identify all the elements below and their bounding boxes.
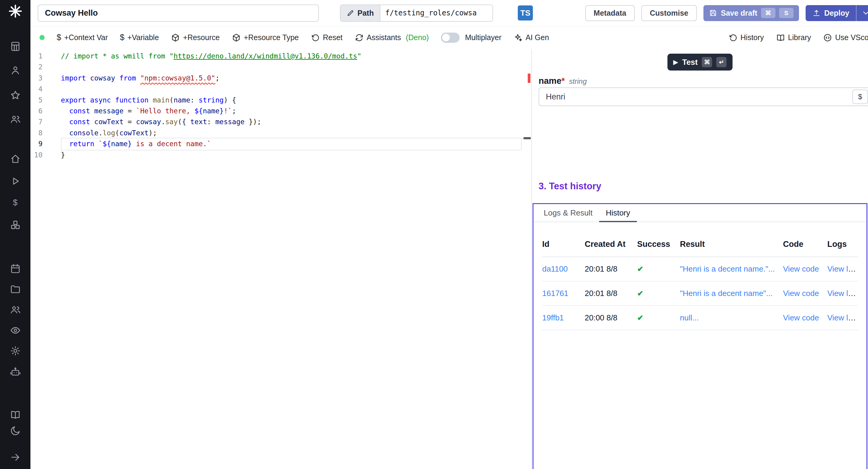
folder-icon[interactable] [0, 281, 30, 298]
code-line[interactable]: const message = `Hello there, ${name}!`; [61, 105, 522, 116]
dollar-icon: $ [57, 33, 61, 41]
test-button[interactable]: ▶ Test ⌘ ↵ [667, 54, 733, 70]
cmd-key-badge: ⌘ [702, 57, 712, 67]
view-logs-link[interactable]: View logs [827, 313, 858, 322]
view-code-link[interactable]: View code [783, 264, 819, 273]
ai-gen-button[interactable]: AI Gen [514, 33, 549, 42]
code-editor[interactable]: 12345678910 // import * as wmill from "h… [30, 49, 531, 469]
reset-label: Reset [323, 33, 342, 42]
column-header: Created At [584, 232, 637, 257]
created-at: 20:00 8/8 [585, 313, 617, 322]
result-link[interactable]: "Henri is a decent name."... [680, 264, 775, 273]
cmd-key-badge: ⌘ [761, 8, 775, 18]
view-logs-link[interactable]: View logs [827, 289, 858, 298]
robot-icon[interactable] [0, 364, 30, 380]
code-line[interactable]: import cowsay from "npm:cowsay@1.5.0"; [61, 73, 522, 84]
column-header: Id [542, 232, 584, 257]
history-button[interactable]: History [728, 33, 764, 42]
use-vscode-button[interactable]: Use VScode [823, 33, 868, 42]
save-draft-label: Save draft [721, 9, 757, 18]
add-context-var-button[interactable]: $ +Context Var [57, 33, 108, 42]
view-code-link[interactable]: View code [783, 313, 819, 322]
job-id-link[interactable]: da1100 [542, 264, 568, 273]
history-label: History [741, 33, 764, 42]
insert-variable-button[interactable]: $ [852, 90, 868, 104]
arrow-right-icon[interactable] [0, 449, 30, 466]
table-row: 16176120:01 8/8✔"Henri is a decent name"… [542, 281, 858, 306]
table-row: da110020:01 8/8✔"Henri is a decent name.… [542, 257, 858, 281]
field-type: string [569, 77, 587, 86]
code-line[interactable]: console.log(cowText); [61, 127, 522, 138]
arg-name-input[interactable] [545, 92, 852, 102]
code-content[interactable]: // import * as wmill from "https://deno.… [61, 51, 522, 160]
typescript-badge: TS [518, 5, 533, 21]
code-line[interactable]: export async function main(name: string)… [61, 95, 522, 105]
deploy-dropdown-button[interactable] [856, 5, 868, 21]
line-number: 6 [30, 105, 42, 116]
reset-button[interactable]: Reset [311, 33, 342, 42]
script-name-input[interactable] [38, 4, 319, 22]
view-code-link[interactable]: View code [783, 289, 819, 298]
home-icon[interactable] [0, 150, 30, 167]
path-input[interactable] [380, 5, 493, 21]
sidebar: $ [0, 0, 30, 469]
star-icon[interactable] [0, 87, 30, 104]
line-number: 3 [30, 73, 42, 84]
line-number: 9 [30, 138, 42, 149]
deploy-button[interactable]: Deploy [806, 5, 868, 21]
boxes-icon[interactable] [0, 216, 30, 233]
group-icon[interactable] [0, 301, 30, 318]
history-tabs: Logs & ResultHistory [533, 204, 867, 222]
add-variable-button[interactable]: $ +Variable [120, 33, 159, 42]
play-icon[interactable] [0, 173, 30, 190]
library-label: Library [788, 33, 811, 42]
team-icon[interactable] [0, 111, 30, 127]
metadata-button[interactable]: Metadata [585, 5, 635, 21]
library-icon[interactable] [0, 406, 30, 423]
gear-icon[interactable] [0, 342, 30, 359]
apps-icon[interactable] [0, 38, 30, 55]
view-logs-link[interactable]: View logs [827, 264, 858, 273]
path-edit-button[interactable]: Path [341, 5, 380, 21]
add-resource-type-label: +Resource Type [244, 33, 299, 42]
success-check-icon: ✔ [637, 313, 644, 322]
tab-logs-result[interactable]: Logs & Result [537, 204, 599, 222]
calendar-icon[interactable] [0, 260, 30, 277]
cursor-overview-marker [524, 137, 531, 139]
success-check-icon: ✔ [637, 264, 644, 273]
job-id-link[interactable]: 19ffb1 [542, 313, 564, 322]
user-icon[interactable] [0, 62, 30, 79]
tab-history[interactable]: History [599, 204, 637, 222]
history-table: IdCreated AtSuccessResultCodeLogs da1100… [542, 232, 858, 330]
deploy-main[interactable]: Deploy [806, 5, 856, 21]
add-resource-type-button[interactable]: +Resource Type [232, 33, 299, 42]
path-label: Path [358, 9, 374, 18]
multiplayer-label: Multiplayer [465, 33, 501, 42]
add-resource-button[interactable]: +Resource [171, 33, 220, 42]
created-at: 20:01 8/8 [585, 289, 617, 298]
save-draft-button[interactable]: Save draft ⌘ S [704, 5, 799, 21]
assistants-button[interactable]: Assistants (Deno) [355, 33, 429, 42]
job-id-link[interactable]: 161761 [542, 289, 568, 298]
windmill-logo [0, 3, 30, 20]
eye-icon[interactable] [0, 322, 30, 339]
code-line[interactable]: ​ [61, 61, 522, 72]
dollar-icon: $ [120, 33, 124, 41]
result-link[interactable]: null... [680, 313, 699, 322]
code-line[interactable]: const cowText = cowsay.say({ text: messa… [61, 116, 522, 127]
line-number: 2 [30, 61, 42, 72]
dollar-icon[interactable]: $ [0, 194, 30, 211]
add-variable-label: +Variable [127, 33, 159, 42]
moon-icon[interactable] [0, 422, 30, 439]
pencil-icon [347, 9, 354, 17]
multiplayer-toggle[interactable] [441, 33, 460, 43]
code-line[interactable]: ​ [61, 84, 522, 94]
result-link[interactable]: "Henri is a decent name"... [680, 289, 773, 298]
column-header: Result [680, 232, 783, 257]
code-line[interactable]: // import * as wmill from "https://deno.… [61, 51, 522, 61]
library-button[interactable]: Library [776, 33, 811, 42]
code-line[interactable]: return `${name} is a decent name.` [61, 138, 522, 149]
refresh-icon [355, 33, 364, 42]
customise-button[interactable]: Customise [641, 5, 697, 21]
code-line[interactable]: } [61, 150, 522, 160]
